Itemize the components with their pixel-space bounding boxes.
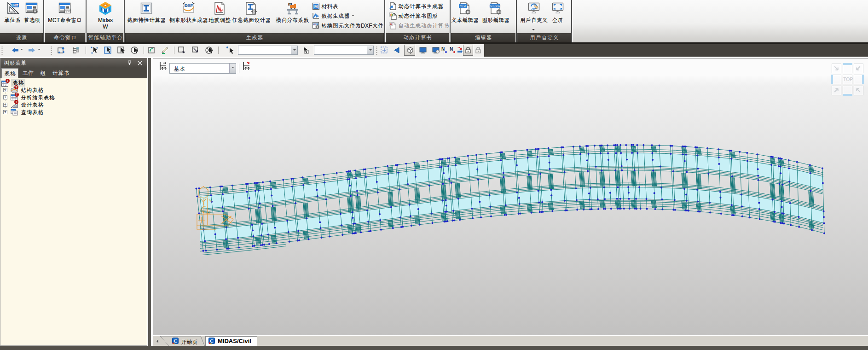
- svg-text:N: N: [441, 47, 445, 52]
- svg-text:M: M: [314, 4, 318, 9]
- svg-text:N: N: [450, 47, 453, 52]
- svg-text:DXF: DXF: [185, 3, 193, 8]
- svg-text:Graphic: Graphic: [489, 4, 501, 8]
- svg-text:C: C: [210, 338, 214, 344]
- svg-text:A: A: [390, 23, 392, 26]
- svg-text:DXF: DXF: [313, 23, 319, 26]
- svg-text:Text: Text: [460, 4, 467, 8]
- svg-text:C: C: [174, 338, 177, 344]
- svg-text:UNIT: UNIT: [11, 4, 19, 7]
